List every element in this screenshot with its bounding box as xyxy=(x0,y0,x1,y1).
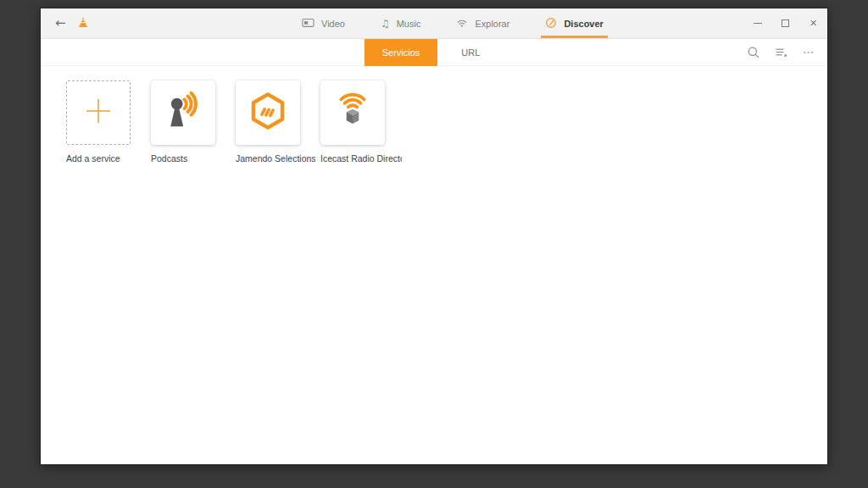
tab-music[interactable]: ♫ Music xyxy=(376,8,426,38)
tab-discover[interactable]: Discover xyxy=(541,8,607,38)
titlebar: ← Video ♫ xyxy=(41,8,827,39)
podcasts-button[interactable] xyxy=(151,80,215,145)
sub-toolbar: Servicios URL ⋯ xyxy=(41,39,827,66)
toolbar-actions: ⋯ xyxy=(747,39,815,65)
more-options-icon[interactable]: ⋯ xyxy=(803,47,815,58)
explore-icon xyxy=(456,18,468,30)
search-icon[interactable] xyxy=(747,46,760,59)
tile-label: Jamendo Selections xyxy=(236,153,317,164)
tab-label: Music xyxy=(397,19,421,29)
tab-explorar[interactable]: Explorar xyxy=(452,8,514,38)
tile-add-service: Add a service xyxy=(66,80,131,164)
icecast-button[interactable] xyxy=(320,80,385,145)
tile-label: Podcasts xyxy=(151,153,232,164)
tab-label: Video xyxy=(321,19,345,29)
music-icon: ♫ xyxy=(381,19,390,29)
tile-jamendo: Jamendo Selections xyxy=(236,80,300,164)
add-plus-icon xyxy=(84,97,113,129)
jamendo-icon xyxy=(248,92,287,134)
back-button[interactable]: ← xyxy=(55,17,66,30)
window-controls: ✕ xyxy=(743,8,827,38)
tab-label: Explorar xyxy=(475,19,509,29)
tile-label: Add a service xyxy=(66,153,147,164)
subnav-item-servicios[interactable]: Servicios xyxy=(364,39,438,66)
subnav-item-url[interactable]: URL xyxy=(437,39,504,66)
vlc-window: ← Video ♫ xyxy=(41,8,827,464)
playlist-icon[interactable] xyxy=(775,46,788,59)
maximize-button[interactable] xyxy=(771,8,799,38)
vlc-cone-icon xyxy=(77,16,89,31)
tile-label: Icecast Radio Directory xyxy=(320,153,402,164)
tile-icecast: Icecast Radio Directory xyxy=(320,80,385,164)
tile-podcasts: Podcasts xyxy=(151,80,215,164)
tab-label: Discover xyxy=(564,19,603,29)
discover-icon xyxy=(545,17,557,30)
icecast-icon xyxy=(333,92,372,134)
main-tabs: Video ♫ Music Explorar xyxy=(298,8,608,38)
titlebar-left: ← xyxy=(41,16,89,31)
minimize-button[interactable] xyxy=(743,8,771,38)
add-service-button[interactable] xyxy=(66,80,131,145)
services-grid: Add a service Podcasts xyxy=(41,66,827,164)
video-icon xyxy=(302,18,314,30)
podcasts-icon xyxy=(164,92,203,134)
jamendo-button[interactable] xyxy=(236,80,300,145)
close-button[interactable]: ✕ xyxy=(799,8,827,38)
tab-video[interactable]: Video xyxy=(298,8,349,38)
